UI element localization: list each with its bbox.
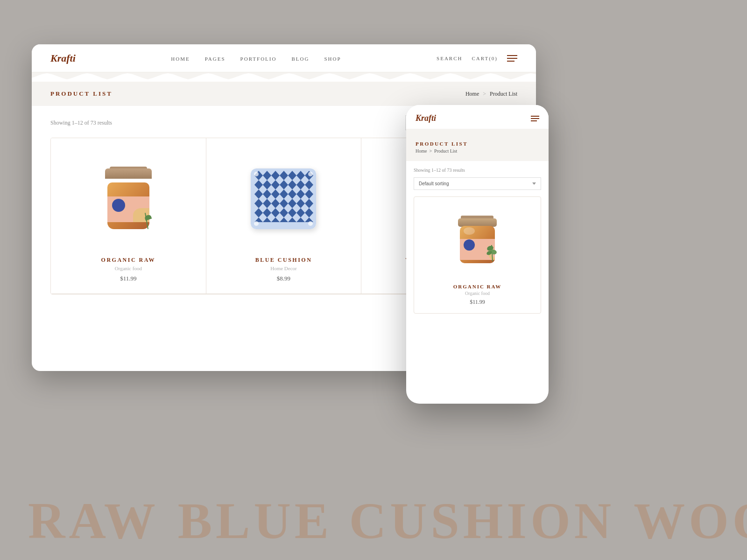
svg-point-90 — [464, 239, 475, 251]
svg-point-81 — [308, 221, 313, 226]
mobile-page-header: PRODUCT LIST Home > Product List — [406, 135, 549, 161]
hamburger-icon[interactable] — [507, 55, 517, 62]
jar-herb — [142, 206, 156, 229]
svg-point-79 — [308, 172, 313, 176]
product-name-1: ORGANIC RAW — [101, 257, 156, 264]
page-title: PRODUCT LIST — [50, 90, 113, 98]
nav-home[interactable]: HOME — [171, 56, 190, 62]
mobile-ham-line-1 — [531, 116, 539, 117]
svg-point-78 — [254, 172, 259, 176]
nav-pages[interactable]: PAGES — [205, 56, 226, 62]
results-count: Showing 1–12 of 73 results — [50, 119, 112, 126]
mobile-breadcrumb-current: Product List — [434, 148, 457, 154]
nav-actions: SEARCH CART(0) — [437, 55, 517, 62]
hamburger-line-1 — [507, 55, 517, 56]
product-image-1 — [60, 152, 197, 245]
mobile-breadcrumb: Home > Product List — [416, 148, 539, 154]
mobile-wave-divider — [406, 129, 549, 135]
mobile-product-card-1[interactable]: ORGANIC RAW Organic food $11.99 — [414, 196, 541, 314]
product-image-2 — [216, 152, 352, 245]
mobile-jar-illustration — [455, 215, 500, 268]
jar-illustration — [103, 168, 154, 229]
bg-text-1: RAW — [19, 482, 169, 560]
mobile-breadcrumb-sep: > — [429, 148, 432, 154]
jar-circle — [112, 199, 125, 212]
svg-point-80 — [254, 221, 259, 226]
svg-point-91 — [464, 227, 475, 235]
mobile-product-price: $11.99 — [470, 299, 485, 306]
breadcrumb: Home > Product List — [465, 91, 517, 98]
bg-text-3: WOODEN MORTAR — [624, 482, 747, 560]
nav-links: HOME PAGES PORTFOLIO BLOG SHOP — [171, 54, 341, 63]
hamburger-line-2 — [507, 58, 517, 59]
logo[interactable]: Krafti — [50, 52, 76, 64]
wave-divider — [32, 72, 536, 82]
mobile-ham-line-3 — [531, 120, 537, 121]
svg-rect-87 — [458, 218, 497, 227]
mobile-content: Showing 1–12 of 73 results Default sorti… — [406, 161, 549, 385]
product-category-1: Organic food — [115, 266, 142, 271]
product-name-2: BLUE CUSHION — [255, 257, 312, 264]
mobile-ham-line-2 — [531, 118, 539, 119]
mobile-hamburger-icon[interactable] — [531, 116, 539, 121]
product-price-1: $11.99 — [120, 275, 136, 282]
mobile-results-count: Showing 1–12 of 73 results — [414, 168, 541, 173]
cart-link[interactable]: CART(0) — [472, 56, 498, 61]
jar-lid — [105, 168, 152, 179]
mobile-product-category: Organic food — [465, 291, 490, 296]
mobile-product-name: ORGANIC RAW — [453, 284, 502, 289]
mobile-product-image-1 — [422, 206, 533, 276]
product-card-1[interactable]: ORGANIC RAW Organic food $11.99 — [51, 138, 206, 294]
product-card-2[interactable]: BLUE CUSHION Home Decor $8.99 — [206, 138, 362, 294]
nav-shop[interactable]: SHOP — [324, 56, 341, 62]
mobile-breadcrumb-home[interactable]: Home — [416, 148, 427, 154]
cushion-illustration — [251, 168, 316, 229]
search-link[interactable]: SEARCH — [437, 56, 462, 61]
mobile-mockup: Krafti PRODUCT LIST Home > Product List … — [406, 105, 549, 404]
mobile-page-title: PRODUCT LIST — [416, 141, 539, 147]
product-category-2: Home Decor — [270, 266, 297, 271]
nav-portfolio[interactable]: PORTFOLIO — [240, 56, 277, 62]
page-header: PRODUCT LIST Home > Product List — [32, 82, 536, 106]
mobile-sort-select[interactable]: Default sorting Sort by popularity Sort … — [414, 177, 541, 190]
hamburger-line-3 — [507, 61, 514, 62]
mobile-logo[interactable]: Krafti — [416, 113, 436, 123]
product-price-2: $8.99 — [277, 275, 290, 282]
bg-text-2: BLUE CUSHION — [169, 482, 624, 560]
breadcrumb-home[interactable]: Home — [465, 91, 479, 98]
breadcrumb-separator: > — [483, 91, 486, 98]
mobile-nav: Krafti — [406, 105, 549, 129]
breadcrumb-current: Product List — [490, 91, 517, 98]
nav-blog[interactable]: BLOG — [291, 56, 309, 62]
navigation: Krafti HOME PAGES PORTFOLIO BLOG SHOP SE… — [32, 44, 536, 72]
